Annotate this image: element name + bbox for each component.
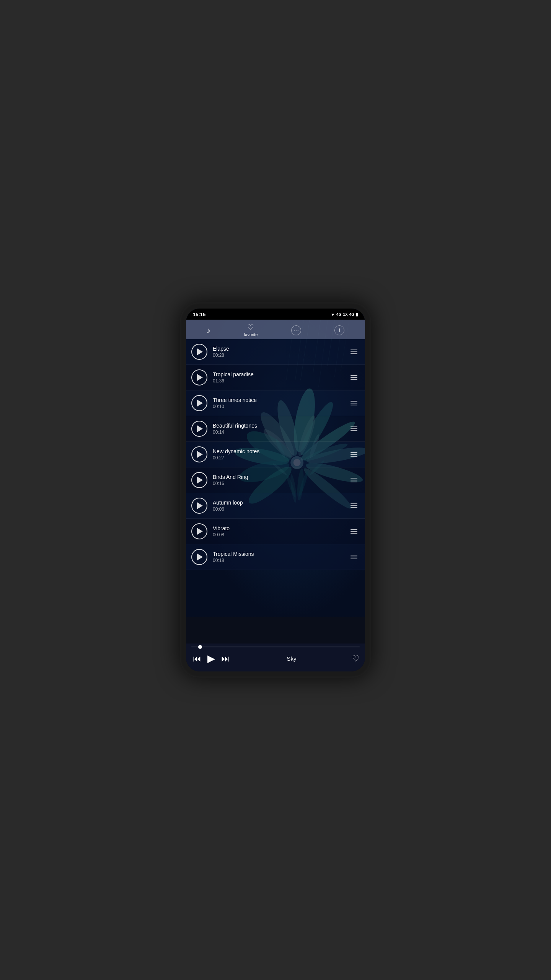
player-controls: ⏮ ▶ ⏭ Sky ♡ <box>191 651 360 666</box>
menu-button[interactable] <box>348 373 360 382</box>
wifi-icon: ▼ <box>331 312 335 317</box>
play-button[interactable] <box>191 523 207 539</box>
song-info: Three times notice 00:10 <box>213 397 348 409</box>
song-title: Elapse <box>213 346 348 352</box>
song-duration: 00:14 <box>213 430 348 435</box>
signal-4g-2-icon: 4G <box>349 312 354 317</box>
progress-bar[interactable] <box>191 647 360 647</box>
nav-favorite[interactable]: ♡ favorite <box>244 323 258 337</box>
nav-info[interactable]: i <box>334 325 344 335</box>
heart-icon: ♡ <box>247 323 254 331</box>
song-duration: 00:16 <box>213 481 348 486</box>
phone-frame: 15:15 ▼ 4G 1X 4G ▮ ♪ ♡ favorite ··· i <box>180 302 371 678</box>
phone-screen: 15:15 ▼ 4G 1X 4G ▮ ♪ ♡ favorite ··· i <box>186 309 365 671</box>
signal-1x-icon: 1X <box>343 312 347 317</box>
play-button[interactable] <box>191 498 207 514</box>
song-info: Birds And Ring 00:16 <box>213 474 348 486</box>
signal-4g-icon: 4G <box>336 312 341 317</box>
menu-button[interactable] <box>348 527 360 536</box>
play-button[interactable] <box>191 549 207 565</box>
song-title: Beautiful ringtones <box>213 423 348 429</box>
list-item[interactable]: New dynamic notes 00:27 <box>186 442 365 467</box>
song-info: Tropical Missions 00:18 <box>213 551 348 563</box>
nav-bar: ♪ ♡ favorite ··· i <box>186 320 365 339</box>
info-icon: i <box>334 325 344 335</box>
play-button[interactable] <box>191 344 207 360</box>
song-title: Tropical paradise <box>213 371 348 377</box>
favorite-button[interactable]: ♡ <box>352 654 360 664</box>
play-button[interactable] <box>191 446 207 462</box>
song-info: Elapse 00:28 <box>213 346 348 358</box>
player-bar: ⏮ ▶ ⏭ Sky ♡ <box>186 644 365 671</box>
list-item[interactable]: Three times notice 00:10 <box>186 390 365 416</box>
status-icons: ▼ 4G 1X 4G ▮ <box>331 312 358 317</box>
play-button[interactable] <box>191 395 207 411</box>
controls-left: ⏮ ▶ ⏭ <box>191 651 231 666</box>
play-pause-button[interactable]: ▶ <box>206 651 217 666</box>
menu-button[interactable] <box>348 552 360 562</box>
list-item[interactable]: Elapse 00:28 <box>186 339 365 365</box>
play-button[interactable] <box>191 369 207 385</box>
song-duration: 00:28 <box>213 353 348 358</box>
song-info: Autumn loop 00:06 <box>213 500 348 512</box>
progress-thumb[interactable] <box>198 645 202 649</box>
song-duration: 01:36 <box>213 378 348 384</box>
list-item[interactable]: Tropical paradise 01:36 <box>186 365 365 390</box>
song-title: Vibrato <box>213 525 348 531</box>
song-info: Tropical paradise 01:36 <box>213 371 348 384</box>
battery-icon: ▮ <box>356 312 358 317</box>
menu-button[interactable] <box>348 450 360 459</box>
song-title: Tropical Missions <box>213 551 348 557</box>
rewind-button[interactable]: ⏮ <box>191 652 203 665</box>
play-button[interactable] <box>191 421 207 437</box>
song-duration: 00:08 <box>213 532 348 537</box>
song-title: Autumn loop <box>213 500 348 506</box>
status-bar: 15:15 ▼ 4G 1X 4G ▮ <box>186 309 365 320</box>
list-item[interactable]: Tropical Missions 00:18 <box>186 544 365 570</box>
list-item[interactable]: Autumn loop 00:06 <box>186 493 365 519</box>
song-title: Birds And Ring <box>213 474 348 480</box>
status-time: 15:15 <box>193 312 205 317</box>
nav-favorite-label: favorite <box>244 332 258 337</box>
menu-button[interactable] <box>348 501 360 510</box>
song-title: Three times notice <box>213 397 348 403</box>
menu-button[interactable] <box>348 475 360 485</box>
menu-button[interactable] <box>348 424 360 433</box>
now-playing-label: Sky <box>231 655 352 662</box>
nav-music[interactable]: ♪ <box>207 327 210 334</box>
music-icon: ♪ <box>207 327 210 334</box>
song-duration: 00:06 <box>213 506 348 512</box>
song-list: Elapse 00:28 Tropical paradise 01:36 <box>186 339 365 644</box>
list-item[interactable]: Beautiful ringtones 00:14 <box>186 416 365 442</box>
dots-icon: ··· <box>291 325 301 335</box>
song-info: New dynamic notes 00:27 <box>213 448 348 461</box>
list-item[interactable]: Birds And Ring 00:16 <box>186 467 365 493</box>
song-title: New dynamic notes <box>213 448 348 454</box>
song-duration: 00:10 <box>213 404 348 409</box>
list-item[interactable]: Vibrato 00:08 <box>186 519 365 544</box>
song-info: Beautiful ringtones 00:14 <box>213 423 348 435</box>
song-info: Vibrato 00:08 <box>213 525 348 537</box>
play-button[interactable] <box>191 472 207 488</box>
song-duration: 00:18 <box>213 558 348 563</box>
menu-button[interactable] <box>348 347 360 356</box>
menu-button[interactable] <box>348 399 360 408</box>
fast-forward-button[interactable]: ⏭ <box>220 652 231 665</box>
song-duration: 00:27 <box>213 455 348 461</box>
nav-more[interactable]: ··· <box>291 325 301 335</box>
